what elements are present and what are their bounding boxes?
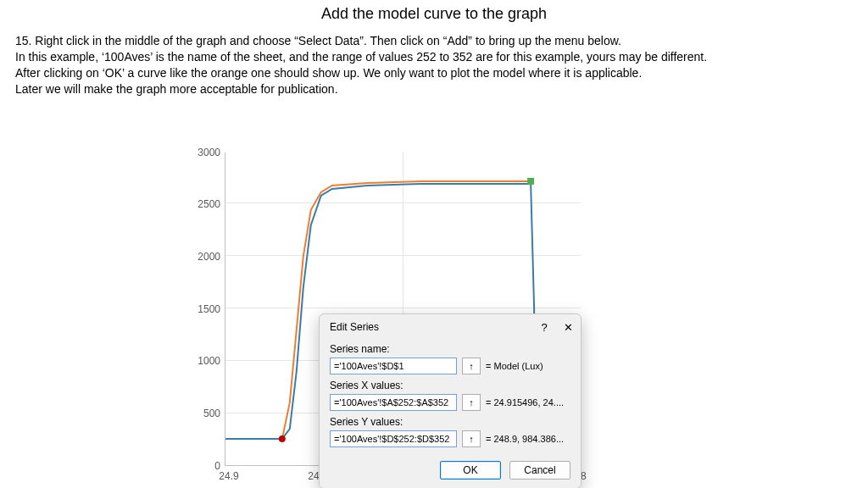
series-name-preview: = Model (Lux) xyxy=(486,361,543,371)
close-icon[interactable]: ✕ xyxy=(562,321,574,333)
range-select-button[interactable]: ↑ xyxy=(462,394,481,411)
y-tick: 1500 xyxy=(198,303,220,315)
instruction-line: After clicking on ‘OK’ a curve like the … xyxy=(15,65,853,81)
page-title: Add the model curve to the graph xyxy=(0,0,868,23)
series-name-input[interactable] xyxy=(330,358,457,374)
start-point-marker xyxy=(279,435,286,442)
edit-series-dialog[interactable]: Edit Series ? ✕ Series name: ↑ = Model (… xyxy=(319,313,581,488)
x-tick: 24.9 xyxy=(219,470,238,482)
instruction-line: In this example, ‘100Aves’ is the name o… xyxy=(15,49,853,65)
series-name-label: Series name: xyxy=(330,343,570,355)
series-y-label: Series Y values: xyxy=(330,416,570,428)
y-tick: 2500 xyxy=(198,198,220,210)
instructions-block: 15. Right click in the middle of the gra… xyxy=(0,23,868,97)
ok-button[interactable]: OK xyxy=(440,461,501,480)
y-tick: 500 xyxy=(203,408,220,419)
cancel-button[interactable]: Cancel xyxy=(509,461,570,480)
range-select-button[interactable]: ↑ xyxy=(462,358,481,374)
dialog-title: Edit Series xyxy=(330,321,538,333)
series-y-input[interactable] xyxy=(330,430,457,447)
y-tick: 2000 xyxy=(198,251,220,263)
instruction-line: Later we will make the graph more accept… xyxy=(15,81,853,97)
series-y-preview: = 248.9, 984.386... xyxy=(486,434,564,444)
range-select-button[interactable]: ↑ xyxy=(462,430,481,447)
end-point-marker xyxy=(527,178,534,185)
help-icon[interactable]: ? xyxy=(538,321,550,333)
y-tick: 1000 xyxy=(198,355,220,367)
series-x-preview: = 24.915496, 24.... xyxy=(486,397,564,408)
y-tick: 3000 xyxy=(198,147,220,158)
series-x-input[interactable] xyxy=(330,394,457,411)
series-x-label: Series X values: xyxy=(330,380,570,391)
instruction-line: 15. Right click in the middle of the gra… xyxy=(15,33,853,49)
